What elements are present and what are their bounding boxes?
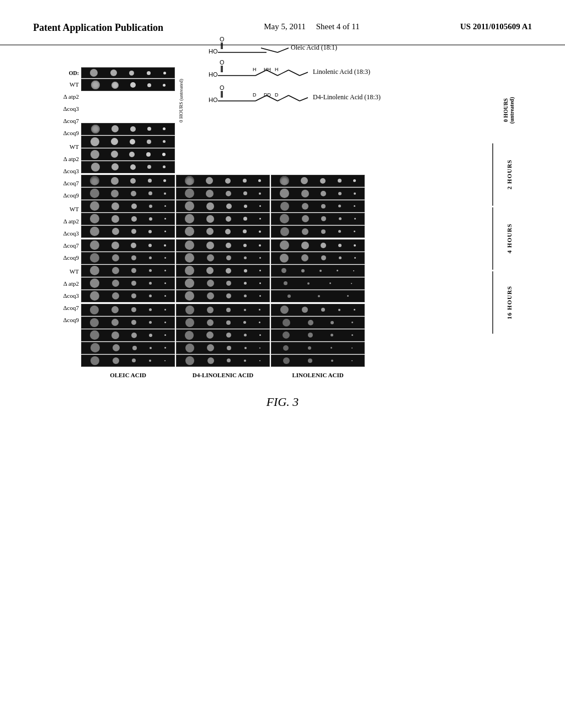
- sheet-info: Sheet 4 of 11: [316, 22, 360, 31]
- panel-coq9-16h-oleic: [81, 355, 175, 367]
- row-labels-column: OD: WT Δ atp2 Δcoq3 Δcoq7 Δcoq9 WT Δ atp…: [40, 67, 81, 326]
- label-coq7-4h: Δcoq7: [40, 239, 81, 251]
- panel-coq7-16h-linolenic: [271, 342, 365, 354]
- label-atp2-16h: Δ atp2: [40, 277, 81, 290]
- panel-wt-16h-oleic: [81, 304, 175, 316]
- panel-atp2-16h-oleic: [81, 317, 175, 329]
- linolenic-acid-label: Linolenic Acid (18:3): [313, 68, 370, 76]
- label-coq7-16h: Δcoq7: [40, 302, 81, 314]
- panel-coq3-16h-d4: [176, 329, 270, 341]
- svg-line-30: [278, 95, 289, 101]
- main-content: OD: WT Δ atp2 Δcoq3 Δcoq7 Δcoq9 WT Δ atp…: [0, 45, 565, 420]
- svg-line-31: [289, 95, 300, 101]
- label-wt-16h: WT: [40, 265, 81, 277]
- panel-coq3-0h-oleic: [81, 136, 175, 148]
- panel-coq7-4h-linolenic: [271, 277, 365, 290]
- panel-coq9-2h-linolenic: [271, 226, 365, 238]
- panel-coq9-2h-d4: [176, 226, 270, 238]
- panel-wt-4h-linolenic: [271, 239, 365, 251]
- svg-line-18: [289, 70, 300, 76]
- publication-date-sheet: May 5, 2011 Sheet 4 of 11: [264, 22, 359, 31]
- row-coq3-16h: [81, 329, 492, 341]
- svg-line-6: [278, 48, 289, 52]
- svg-text:O: O: [220, 36, 225, 42]
- svg-text:HO: HO: [209, 48, 218, 55]
- panel-coq3-4h-linolenic: [271, 265, 365, 277]
- label-coq9-2h: Δcoq9: [40, 189, 81, 201]
- figure-center: O HO Oleic Acid (18:1): [81, 67, 492, 378]
- label-wt-0h: WT: [40, 78, 81, 90]
- col-label-oleic: OLEIC ACID: [81, 372, 175, 378]
- panel-coq7-2h-linolenic: [271, 213, 365, 225]
- row-coq9-2h: [81, 226, 492, 238]
- svg-text:O: O: [220, 59, 225, 66]
- panel-atp2-2h-oleic: [81, 188, 175, 200]
- svg-text:HO: HO: [209, 71, 218, 78]
- panel-coq9-4h-oleic: [81, 290, 175, 302]
- label-coq7-0h: Δcoq7: [40, 115, 81, 127]
- svg-text:H: H: [253, 67, 257, 72]
- svg-line-15: [255, 70, 266, 76]
- panel-coq3-2h-d4: [176, 200, 270, 212]
- panel-coq7-4h-d4: [176, 277, 270, 290]
- col-label-d4: D4-LINOLENIC ACID: [176, 372, 270, 378]
- svg-line-17: [278, 70, 289, 76]
- svg-text:O: O: [220, 84, 225, 91]
- label-coq9-16h: Δcoq9: [40, 314, 81, 326]
- panel-wt-4h-d4: [176, 239, 270, 251]
- panel-atp2-16h-linolenic: [271, 317, 365, 329]
- label-atp2-2h: Δ atp2: [40, 153, 81, 165]
- panel-coq7-16h-d4: [176, 342, 270, 354]
- d4-linolenic-acid-label: D4-Linolenic Acid (18:3): [313, 93, 381, 101]
- panel-coq3-2h-linolenic: [271, 200, 365, 212]
- section-4h: [81, 239, 492, 302]
- label-wt-4h: WT: [40, 203, 81, 215]
- svg-line-28: [255, 95, 266, 101]
- label-wt-2h: WT: [40, 141, 81, 153]
- panel-wt-16h-d4: [176, 304, 270, 316]
- row-coq7-16h: [81, 342, 492, 354]
- panel-atp2-4h-d4: [176, 252, 270, 264]
- chemical-structures: O HO Oleic Acid (18:1): [178, 37, 471, 109]
- row-atp2-0h: [81, 123, 492, 135]
- publication-title: Patent Application Publication: [33, 22, 163, 34]
- panel-coq9-0h-oleic: [81, 161, 175, 173]
- label-coq7-2h: Δcoq7: [40, 177, 81, 189]
- panel-wt-2h-d4: [176, 175, 270, 187]
- panel-coq3-16h-linolenic: [271, 329, 365, 341]
- panel-wt-2h-linolenic: [271, 175, 365, 187]
- hours-label-4h: 4 HOURS: [492, 207, 525, 270]
- publication-date: May 5, 2011: [264, 22, 306, 31]
- panel-coq3-4h-d4: [176, 265, 270, 277]
- panel-coq9-16h-linolenic: [271, 355, 365, 367]
- svg-text:H: H: [275, 67, 279, 72]
- panel-coq3-2h-oleic: [81, 200, 175, 212]
- panel-wt-2h-oleic: [81, 175, 175, 187]
- row-coq3-4h: [81, 265, 492, 277]
- row-coq3-2h: [81, 200, 492, 212]
- panel-wt-0h-oleic: [81, 79, 175, 91]
- row-wt-2h: [81, 175, 492, 187]
- column-bottom-labels: OLEIC ACID D4-LINOLENIC ACID LINOLENIC A…: [81, 372, 492, 378]
- panel-atp2-0h-oleic: [81, 123, 175, 135]
- row-wt-4h: [81, 239, 492, 251]
- label-coq9-0h: Δcoq9: [40, 127, 81, 139]
- section-2h: [81, 175, 492, 238]
- panel-coq7-0h-oleic: [81, 148, 175, 160]
- label-coq3-4h: Δcoq3: [40, 227, 81, 239]
- svg-text:D: D: [275, 92, 279, 98]
- panel-wt-16h-linolenic: [271, 304, 365, 316]
- row-coq7-4h: [81, 277, 492, 290]
- panel-atp2-4h-linolenic: [271, 252, 365, 264]
- figure-caption: FIG. 3: [266, 395, 299, 409]
- svg-line-19: [300, 72, 308, 76]
- row-coq7-0h: [81, 148, 492, 160]
- panel-coq9-4h-linolenic: [271, 290, 365, 302]
- d4-linolenic-acid-structure: O HO D DD D: [178, 85, 381, 109]
- right-hours-labels: 0 HOURS(untreated) 2 HOURS 4 HOURS 16 HO…: [492, 67, 525, 334]
- panel-coq7-2h-oleic: [81, 213, 175, 225]
- panel-coq7-2h-d4: [176, 213, 270, 225]
- row-atp2-16h: [81, 317, 492, 329]
- label-coq9-4h: Δcoq9: [40, 251, 81, 264]
- col-label-linolenic: LINOLENIC ACID: [271, 372, 365, 378]
